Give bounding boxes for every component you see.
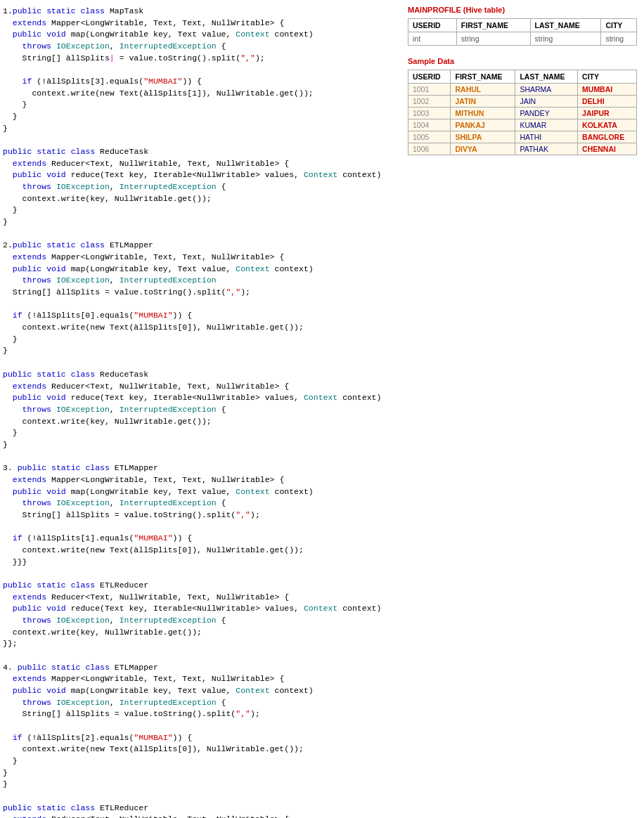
table-row: 1004PANKAJKUMARKOLKATA: [408, 119, 637, 131]
table-cell: SHILPA: [451, 131, 515, 143]
main-table-title: MAINPROFILE (Hive table): [408, 6, 637, 14]
schema-type-firstname: string: [456, 32, 530, 46]
table-cell: JATIN: [451, 96, 515, 108]
table-cell: BANGLORE: [578, 131, 637, 143]
table-cell: KUMAR: [515, 119, 578, 131]
schema-header-firstname: FIRST_NAME: [456, 19, 530, 32]
table-row: 1002JATINJAINDELHI: [408, 96, 637, 108]
table-row: 1001RAHULSHARMAMUMBAI: [408, 84, 637, 96]
table-cell: PANKAJ: [451, 119, 515, 131]
table-cell: 1006: [408, 143, 451, 155]
right-panel: MAINPROFILE (Hive table) USERID FIRST_NA…: [401, 0, 644, 818]
table-row: 1006DIVYAPATHAKCHENNAI: [408, 143, 637, 155]
table-cell: PANDEY: [515, 108, 578, 119]
sample-data-title: Sample Data: [408, 57, 637, 65]
table-cell: CHENNAI: [578, 143, 637, 155]
schema-header-lastname: LAST_NAME: [530, 19, 601, 32]
table-cell: 1001: [408, 84, 451, 96]
schema-header-city: CITY: [601, 19, 637, 32]
table-cell: 1002: [408, 96, 451, 108]
sample-header-city: CITY: [578, 70, 637, 84]
table-cell: 1004: [408, 119, 451, 131]
table-cell: KOLKATA: [578, 119, 637, 131]
code-panel: 1.public static class MapTask extends Ma…: [0, 0, 401, 818]
schema-type-lastname: string: [530, 32, 601, 46]
table-cell: MUMBAI: [578, 84, 637, 96]
schema-table: USERID FIRST_NAME LAST_NAME CITY int str…: [408, 18, 637, 46]
sample-header-firstname: FIRST_NAME: [451, 70, 515, 84]
table-cell: MITHUN: [451, 108, 515, 119]
sample-data-table: USERID FIRST_NAME LAST_NAME CITY 1001RAH…: [408, 70, 637, 155]
table-cell: JAIN: [515, 96, 578, 108]
table-row: 1005SHILPAHATHIBANGLORE: [408, 131, 637, 143]
table-cell: HATHI: [515, 131, 578, 143]
table-cell: JAIPUR: [578, 108, 637, 119]
schema-type-userid: int: [408, 32, 457, 46]
table-row: 1003MITHUNPANDEYJAIPUR: [408, 108, 637, 119]
table-cell: SHARMA: [515, 84, 578, 96]
sample-header-userid: USERID: [408, 70, 451, 84]
schema-header-userid: USERID: [408, 19, 457, 32]
sample-header-lastname: LAST_NAME: [515, 70, 578, 84]
table-cell: DELHI: [578, 96, 637, 108]
schema-type-city: string: [601, 32, 637, 46]
table-cell: PATHAK: [515, 143, 578, 155]
table-cell: 1005: [408, 131, 451, 143]
table-cell: RAHUL: [451, 84, 515, 96]
table-cell: DIVYA: [451, 143, 515, 155]
table-cell: 1003: [408, 108, 451, 119]
